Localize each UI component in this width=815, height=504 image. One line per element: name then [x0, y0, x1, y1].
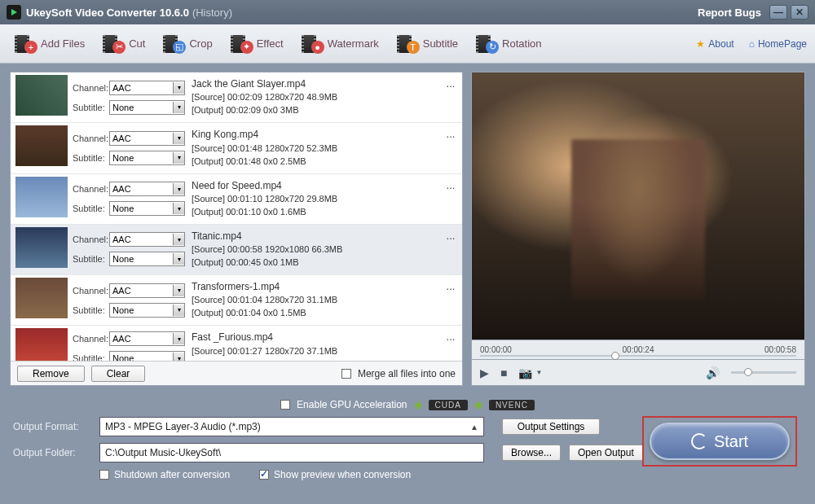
- volume-knob[interactable]: [744, 368, 752, 376]
- subtitle-row-label: Subtitle:: [73, 204, 107, 213]
- file-thumbnail: [15, 227, 68, 268]
- output-format-label: Output Format:: [13, 421, 91, 432]
- add-files-button[interactable]: +Add Files: [8, 31, 91, 57]
- file-list[interactable]: Channel:AAC▾Subtitle:None▾Jack the Giant…: [11, 72, 462, 361]
- seek-knob[interactable]: [611, 352, 619, 360]
- app-title: UkeySoft Video Converter 10.6.0: [26, 7, 189, 19]
- gpu-checkbox[interactable]: [280, 400, 290, 410]
- report-bugs-link[interactable]: Report Bugs: [698, 7, 761, 19]
- output-settings-button[interactable]: Output Settings: [502, 419, 600, 435]
- minimize-button[interactable]: —: [769, 5, 787, 20]
- crop-button[interactable]: ◱Crop: [156, 31, 218, 57]
- channel-label: Channel:: [73, 83, 107, 93]
- about-link[interactable]: ★About: [696, 38, 734, 50]
- video-preview[interactable]: [471, 72, 805, 340]
- remove-button[interactable]: Remove: [17, 366, 85, 382]
- homepage-link[interactable]: ⌂HomePage: [749, 38, 807, 50]
- shutdown-label: Shutdown after conversion: [114, 469, 230, 480]
- subtitle-select[interactable]: None▾: [109, 252, 185, 266]
- time-start: 00:00:00: [480, 345, 512, 354]
- subtitle-select[interactable]: None▾: [109, 151, 185, 165]
- plus-icon: +: [24, 41, 37, 54]
- chevron-down-icon: ▾: [173, 353, 184, 361]
- file-row[interactable]: Channel:AAC▾Subtitle:None▾King Kong.mp4[…: [11, 123, 462, 173]
- file-options-button[interactable]: ...: [439, 326, 462, 361]
- volume-icon[interactable]: 🔊: [706, 366, 720, 379]
- channel-select[interactable]: AAC▾: [109, 232, 185, 247]
- channel-select[interactable]: AAC▾: [109, 131, 185, 146]
- subtitle-row-label: Subtitle:: [73, 353, 107, 361]
- merge-checkbox[interactable]: [341, 369, 351, 379]
- chevron-up-icon: ▲: [470, 423, 478, 432]
- file-row[interactable]: Channel:AAC▾Subtitle:None▾Titanic.mp4[So…: [11, 225, 462, 275]
- output-folder-input[interactable]: C:\Output Music-UkeySoft\: [99, 443, 484, 462]
- file-options-button[interactable]: ...: [439, 72, 462, 122]
- chevron-down-icon: ▾: [173, 253, 184, 265]
- scissors-icon: ✂: [112, 41, 126, 54]
- channel-select[interactable]: AAC▾: [109, 182, 185, 196]
- file-output: [Output] 00:00:45 0x0 1MB: [192, 256, 436, 270]
- volume-slider[interactable]: [731, 371, 796, 374]
- stop-button[interactable]: ■: [500, 366, 507, 379]
- file-row[interactable]: Channel:AAC▾Subtitle:None▾Jack the Giant…: [11, 72, 462, 123]
- subtitle-select[interactable]: None▾: [109, 303, 185, 318]
- chevron-down-icon: ▾: [173, 133, 184, 144]
- channel-select[interactable]: AAC▾: [109, 331, 185, 346]
- chevron-down-icon: ▾: [173, 82, 184, 94]
- snapshot-dropdown[interactable]: ▼: [535, 369, 542, 376]
- subtitle-select[interactable]: None▾: [109, 100, 185, 115]
- effect-icon: ✦: [240, 41, 253, 54]
- effect-button[interactable]: ✦Effect: [224, 31, 290, 57]
- cuda-badge: CUDA: [429, 400, 468, 410]
- subtitle-button[interactable]: TSubtitle: [390, 31, 465, 57]
- file-options-button[interactable]: ...: [439, 123, 462, 173]
- file-source: [Source] 00:02:09 1280x720 48.9MB: [192, 91, 436, 104]
- time-bar[interactable]: 00:00:00 00:00:24 00:00:58: [471, 340, 805, 360]
- file-options-button[interactable]: ...: [439, 225, 462, 274]
- chevron-down-icon: ▾: [173, 152, 184, 164]
- channel-select[interactable]: AAC▾: [109, 283, 185, 298]
- watermark-button[interactable]: ●Watermark: [295, 31, 385, 57]
- play-button[interactable]: ▶: [480, 366, 489, 379]
- chevron-down-icon: ▾: [173, 285, 184, 296]
- file-source: [Source] 00:01:27 1280x720 37.1MB: [192, 345, 436, 358]
- preview-label: Show preview when conversion: [274, 469, 411, 480]
- file-row[interactable]: Channel:AAC▾Subtitle:None▾Need for Speed…: [11, 174, 462, 225]
- file-info: Titanic.mp4[Source] 00:00:58 1920x1080 6…: [188, 225, 439, 274]
- svg-marker-0: [11, 9, 17, 15]
- file-row[interactable]: Channel:AAC▾Subtitle:None▾Transformers-1…: [11, 275, 462, 326]
- chevron-down-icon: ▾: [173, 102, 184, 113]
- browse-button[interactable]: Browse...: [502, 445, 561, 461]
- start-button[interactable]: Start: [650, 423, 790, 460]
- time-end: 00:00:58: [764, 345, 796, 354]
- crop-icon: ◱: [173, 41, 186, 54]
- file-options-button[interactable]: ...: [439, 174, 462, 224]
- file-info: Transformers-1.mp4[Source] 00:01:04 1280…: [188, 275, 439, 325]
- snapshot-button[interactable]: 📷: [518, 366, 532, 379]
- subtitle-select[interactable]: None▾: [109, 351, 185, 361]
- cut-button[interactable]: ✂Cut: [96, 31, 152, 57]
- channel-label: Channel:: [73, 286, 107, 296]
- app-logo: [7, 5, 21, 20]
- nvidia-icon-2: ◉: [474, 399, 482, 410]
- open-output-button[interactable]: Open Output: [569, 445, 643, 461]
- subtitle-select[interactable]: None▾: [109, 201, 185, 216]
- file-thumbnail: [15, 328, 68, 361]
- file-options-button[interactable]: ...: [439, 275, 462, 325]
- file-row[interactable]: Channel:AAC▾Subtitle:None▾Fast _Furious.…: [11, 326, 462, 361]
- time-current: 00:00:24: [623, 345, 654, 354]
- chevron-down-icon: ▾: [173, 305, 184, 316]
- subtitle-row-label: Subtitle:: [73, 254, 107, 264]
- file-output: [Output] 00:02:09 0x0 3MB: [192, 104, 436, 117]
- watermark-icon: ●: [311, 41, 324, 54]
- shutdown-checkbox[interactable]: [99, 470, 109, 480]
- preview-checkbox[interactable]: [259, 470, 269, 480]
- clear-button[interactable]: Clear: [91, 366, 146, 382]
- history-label[interactable]: (History): [192, 7, 232, 19]
- channel-select[interactable]: AAC▾: [109, 81, 185, 95]
- rotation-button[interactable]: ↻Rotation: [469, 31, 548, 57]
- nvidia-icon: ◉: [414, 399, 422, 410]
- file-source: [Source] 00:01:10 1280x720 29.8MB: [192, 193, 436, 206]
- close-button[interactable]: ✕: [791, 5, 808, 20]
- output-format-combo[interactable]: MP3 - MPEG Layer-3 Audio (*.mp3)▲: [99, 417, 484, 436]
